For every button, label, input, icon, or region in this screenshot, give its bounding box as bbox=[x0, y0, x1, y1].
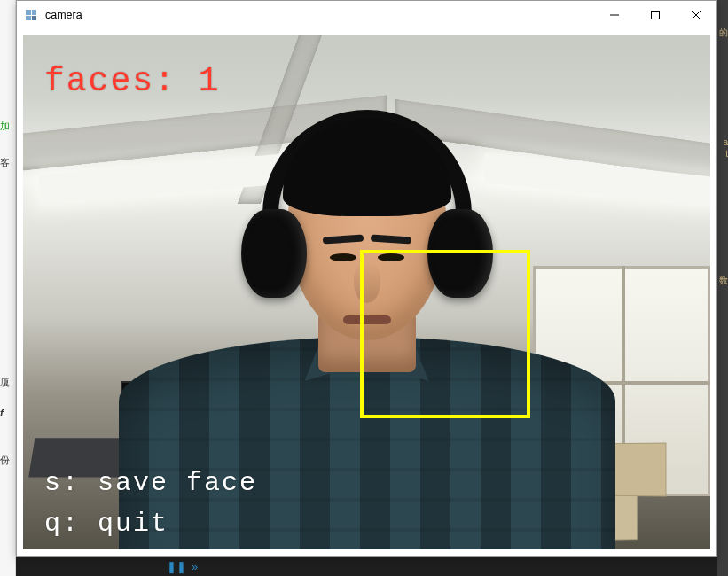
skip-icon: » bbox=[192, 561, 198, 572]
svg-rect-0 bbox=[652, 12, 660, 19]
titlebar-drag-region[interactable] bbox=[82, 1, 594, 29]
bg-text: 加 bbox=[0, 120, 10, 133]
maximize-button[interactable] bbox=[635, 1, 676, 29]
pause-icon: ❚❚ bbox=[167, 561, 186, 572]
bg-text: 厦 bbox=[0, 376, 10, 389]
minimize-button[interactable] bbox=[594, 1, 635, 29]
bg-right-strip bbox=[717, 0, 728, 576]
bg-text: 的 bbox=[719, 27, 728, 39]
close-button[interactable] bbox=[676, 1, 716, 29]
app-icon bbox=[24, 8, 38, 22]
window-controls bbox=[594, 1, 716, 29]
bg-bottom-bar: ❚❚ » bbox=[16, 557, 717, 576]
close-icon bbox=[692, 11, 701, 19]
bg-media-controls: ❚❚ » bbox=[167, 561, 198, 572]
minimize-icon bbox=[610, 11, 619, 19]
window-title: camera bbox=[45, 9, 82, 21]
bg-text: f bbox=[0, 408, 4, 418]
bg-text: 数 bbox=[719, 275, 728, 287]
bg-text: 客 bbox=[0, 156, 10, 169]
scene-person bbox=[114, 97, 620, 549]
camera-window: camera bbox=[16, 0, 717, 557]
bg-text: a bbox=[723, 137, 728, 147]
camera-feed: faces: 1 s: save face q: quit bbox=[23, 35, 710, 549]
bg-left-strip bbox=[0, 0, 16, 576]
titlebar[interactable]: camera bbox=[17, 1, 716, 29]
bg-text: 份 bbox=[0, 454, 10, 467]
window-content: faces: 1 s: save face q: quit bbox=[17, 29, 716, 556]
maximize-icon bbox=[651, 11, 660, 19]
